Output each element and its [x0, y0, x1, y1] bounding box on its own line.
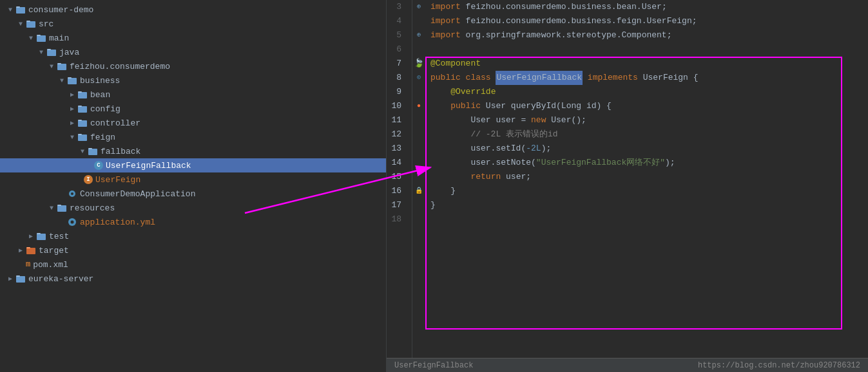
token: import [430, 14, 466, 28]
label-application-yml: application.yml [80, 218, 155, 227]
tree-item-application-yml[interactable]: application.yml [0, 215, 386, 229]
tree-item-pom-xml[interactable]: m pom.xml [0, 257, 386, 272]
code-line-15: return user; [430, 170, 868, 184]
code-line-11: User user = new User(); [430, 113, 868, 127]
code-line-13: user.setId(-2L); [430, 142, 868, 156]
code-line-6 [430, 42, 868, 57]
gutter-5: ⊕ [412, 28, 425, 42]
code-editor: 3 4 5 6 7 8 9 10 11 12 13 14 15 16 17 18 [387, 0, 868, 372]
token [430, 85, 450, 99]
line-num-5: 5 [387, 28, 407, 42]
tree-item-fallback[interactable]: fallback [0, 144, 386, 158]
svg-rect-31 [26, 247, 30, 248]
code-line-8: public class UserFeignFallback implement… [430, 71, 868, 85]
tree-item-target[interactable]: target [0, 243, 386, 257]
tree-item-consumer-demo[interactable]: consumer-demo [0, 3, 386, 17]
arrow-feizhou [46, 61, 57, 71]
line-num-18: 18 [387, 212, 407, 227]
label-src: src [39, 19, 53, 29]
svg-rect-20 [88, 149, 97, 155]
tree-item-resources[interactable]: resources [0, 201, 386, 215]
svg-rect-30 [26, 248, 35, 254]
svg-rect-7 [47, 49, 51, 50]
svg-rect-11 [68, 77, 72, 79]
arrow-empty-2 [73, 174, 84, 185]
svg-rect-8 [57, 64, 66, 70]
token: @Override [450, 85, 496, 99]
gutter-7: 🍃 [412, 57, 425, 71]
tree-item-UserFeignFallback[interactable]: C UserFeignFallback [0, 158, 386, 172]
folder-icon-consumer-demo [15, 5, 26, 15]
folder-icon-fallback [88, 146, 98, 156]
token: new [531, 113, 546, 127]
arrow-config [67, 104, 77, 114]
folder-icon-bean [77, 89, 88, 100]
svg-rect-29 [37, 233, 41, 234]
tree-item-business[interactable]: business [0, 73, 386, 88]
token-selected: UserFeignFallback [496, 71, 583, 85]
tree-item-UserFeign[interactable]: I UserFeign [0, 172, 386, 187]
label-controller: controller [90, 118, 140, 128]
gutter-12 [412, 127, 425, 142]
token: @Component [430, 57, 481, 71]
gutter-15 [412, 170, 425, 184]
token: feizhou.consumerdemo.business.bean. [466, 0, 642, 14]
code-line-12: // -2L 表示错误的id [430, 127, 868, 142]
tree-item-test[interactable]: test [0, 229, 386, 243]
tree-item-java[interactable]: java [0, 45, 386, 59]
label-bean: bean [90, 90, 110, 100]
folder-icon-java [46, 47, 57, 57]
token: id) { [581, 99, 612, 113]
token: import [430, 0, 466, 14]
token: User user = [430, 113, 531, 127]
token: ; [667, 28, 672, 42]
token: "UserFeignFallback网络不好" [536, 156, 665, 170]
label-java: java [59, 48, 79, 57]
svg-rect-14 [78, 106, 87, 113]
tree-item-bean[interactable]: bean [0, 88, 386, 102]
label-target: target [39, 246, 69, 256]
line-num-17: 17 [387, 198, 407, 212]
tree-item-eureka-server[interactable]: eureka-server [0, 272, 386, 286]
folder-icon-feign [77, 132, 88, 142]
tree-item-src[interactable]: src [0, 17, 386, 31]
code-content[interactable]: import feizhou.consumerdemo.business.bea… [425, 0, 868, 358]
folder-icon-test [36, 231, 46, 241]
arrow-test [26, 231, 36, 241]
line-num-4: 4 [387, 14, 407, 28]
svg-rect-28 [37, 234, 46, 240]
svg-rect-18 [78, 135, 87, 141]
line-num-11: 11 [387, 113, 407, 127]
svg-rect-25 [57, 205, 61, 206]
token: User queryById( [486, 99, 561, 113]
gutter: ⊕ ⊕ 🍃 ⊙ ● [412, 0, 425, 358]
code-line-18 [430, 212, 868, 227]
arrow-target [15, 245, 26, 256]
tree-item-feign[interactable]: feign [0, 130, 386, 144]
svg-rect-0 [16, 7, 25, 14]
arrow-feign [67, 132, 77, 142]
badge-interface: I [84, 175, 93, 184]
code-line-10: public User queryById(Long id) { [430, 99, 868, 113]
tree-item-config[interactable]: config [0, 102, 386, 116]
tree-item-controller[interactable]: controller [0, 116, 386, 130]
svg-rect-4 [37, 35, 46, 42]
gutter-18 [412, 212, 425, 227]
label-UserFeign: UserFeign [95, 175, 140, 185]
line-num-14: 14 [387, 156, 407, 170]
tree-item-feizhou[interactable]: feizhou.consumerdemo [0, 59, 386, 73]
tree-item-ConsumerDemoApp[interactable]: ConsumerDemoApplication [0, 187, 386, 201]
svg-rect-24 [57, 205, 66, 212]
gutter-8: ⊙ [412, 71, 425, 85]
status-url: https://blog.csdn.net/zhou920786312 [698, 361, 860, 370]
line-num-6: 6 [387, 42, 407, 57]
folder-icon-eureka [15, 274, 26, 284]
svg-rect-12 [78, 92, 87, 98]
gutter-16: 🔒 [412, 184, 425, 198]
gear-icon [67, 189, 77, 199]
arrow-resources [46, 203, 57, 213]
svg-rect-6 [47, 50, 56, 56]
label-feizhou: feizhou.consumerdemo [70, 62, 170, 71]
line-num-10: 10 [387, 99, 407, 113]
tree-item-main[interactable]: main [0, 31, 386, 45]
